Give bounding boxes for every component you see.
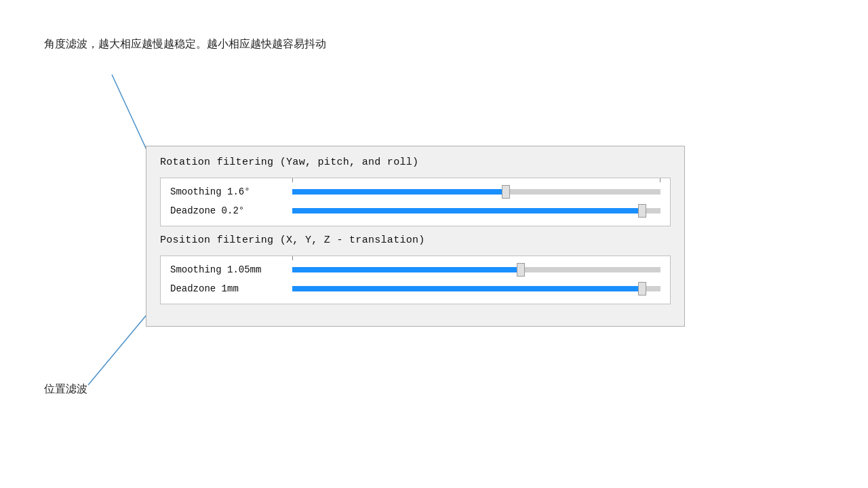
position-smoothing-track-container — [292, 263, 660, 277]
position-smoothing-fill — [292, 267, 521, 272]
position-deadzone-thumb[interactable] — [638, 282, 646, 296]
position-smoothing-ticks — [292, 256, 660, 260]
rotation-smoothing-label: Smoothing 1.6° — [170, 186, 292, 197]
position-deadzone-fill — [292, 286, 642, 291]
position-deadzone-track-container — [292, 282, 660, 296]
position-smoothing-track — [292, 267, 660, 272]
position-filter-section: Smoothing 1.05mm Deadzone 1mm — [160, 256, 671, 304]
position-smoothing-label: Smoothing 1.05mm — [170, 264, 292, 275]
rotation-deadzone-label: Deadzone 0.2° — [170, 205, 292, 216]
rotation-smoothing-thumb[interactable] — [502, 185, 510, 199]
rotation-smoothing-ticks — [292, 178, 660, 182]
rotation-filter-section: Smoothing 1.6° Deadzone 0.2° — [160, 178, 671, 226]
position-deadzone-label: Deadzone 1mm — [170, 283, 292, 294]
position-deadzone-row: Deadzone 1mm — [170, 282, 660, 296]
rotation-smoothing-fill — [292, 189, 506, 195]
position-label: 位置滤波 — [44, 382, 87, 396]
position-section-title: Position filtering (X, Y, Z - translatio… — [160, 235, 671, 246]
position-smoothing-row: Smoothing 1.05mm — [170, 263, 660, 277]
rotation-smoothing-row: Smoothing 1.6° — [170, 185, 660, 199]
rotation-deadzone-fill — [292, 208, 642, 214]
rotation-deadzone-track-container — [292, 204, 660, 218]
rotation-deadzone-track — [292, 208, 660, 214]
tick-p1 — [292, 256, 293, 260]
position-smoothing-thumb[interactable] — [517, 263, 525, 277]
position-deadzone-track — [292, 286, 660, 291]
description-text: 角度滤波，越大相应越慢越稳定。越小相应越快越容易抖动 — [44, 37, 326, 52]
filter-panel: Rotation filtering (Yaw, pitch, and roll… — [146, 146, 685, 327]
rotation-deadzone-thumb[interactable] — [638, 204, 646, 218]
rotation-smoothing-track-container — [292, 185, 660, 199]
tick-2 — [660, 178, 660, 182]
rotation-deadzone-row: Deadzone 0.2° — [170, 204, 660, 218]
rotation-smoothing-track — [292, 189, 660, 195]
tick-1 — [292, 178, 293, 182]
rotation-section-title: Rotation filtering (Yaw, pitch, and roll… — [160, 157, 671, 168]
